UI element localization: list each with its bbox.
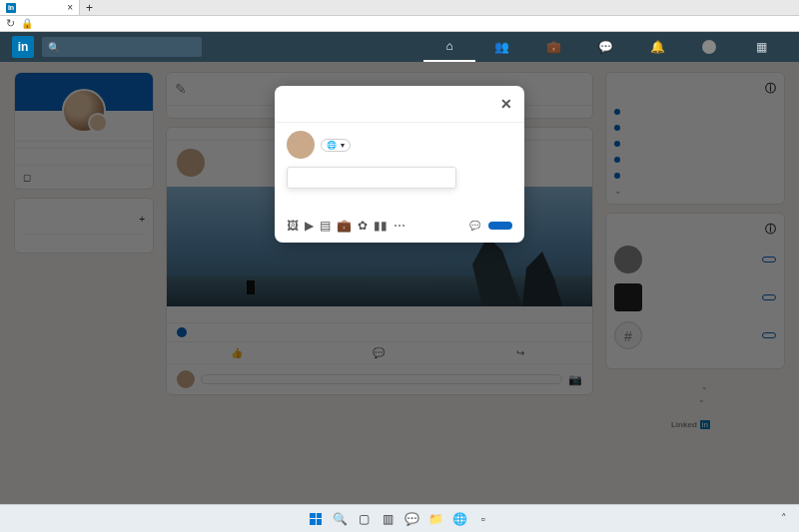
start-button[interactable] <box>307 510 325 528</box>
audience-button[interactable]: 🌐 ▾ <box>321 139 351 152</box>
avatar-icon <box>702 40 716 54</box>
search-input[interactable]: 🔍 <box>42 37 202 57</box>
nav-items: ⌂ 👥 💼 💬 🔔 ▦ <box>423 32 787 62</box>
nav-work[interactable]: ▦ <box>735 32 787 62</box>
windows-taskbar: 🔍 ▢ ▥ 💬 📁 🌐 ▫ ˄ <box>0 504 799 532</box>
task-view-icon[interactable]: ▢ <box>355 510 373 528</box>
lock-icon: 🔒 <box>21 18 33 29</box>
grid-icon: ▦ <box>756 40 767 54</box>
tray-chevron-icon[interactable]: ˄ <box>781 512 787 525</box>
search-icon: 🔍 <box>48 42 60 53</box>
editor-suggestion-popup <box>287 167 456 189</box>
photo-icon[interactable]: 🖼 <box>287 219 299 233</box>
browser-address-bar: ↻ 🔒 <box>0 16 799 32</box>
poll-icon[interactable]: ▮▮ <box>374 219 388 233</box>
briefcase-icon[interactable]: 💼 <box>337 219 352 233</box>
post-button[interactable] <box>488 222 512 230</box>
globe-icon: 🌐 <box>327 141 337 150</box>
chat-icon[interactable]: 💬 <box>402 510 420 528</box>
browser-tab[interactable]: in × <box>0 0 80 15</box>
bell-icon: 🔔 <box>650 40 665 54</box>
post-author-row: 🌐 ▾ <box>287 131 512 159</box>
li-top-nav: in 🔍 ⌂ 👥 💼 💬 🔔 <box>0 32 799 62</box>
new-tab-button[interactable]: + <box>80 1 99 15</box>
home-icon: ⌂ <box>445 39 452 53</box>
video-icon[interactable]: ▶ <box>305 219 314 233</box>
nav-my-network[interactable]: 👥 <box>475 32 527 62</box>
modal-footer: 🖼 ▶ ▤ 💼 ✿ ▮▮ ⋯ 💬 <box>275 213 524 243</box>
comment-audience[interactable]: 💬 <box>469 221 482 231</box>
nav-jobs[interactable]: 💼 <box>527 32 579 62</box>
nav-messaging[interactable]: 💬 <box>579 32 631 62</box>
comment-icon: 💬 <box>469 221 480 231</box>
explorer-icon[interactable]: 📁 <box>426 510 444 528</box>
author-avatar <box>287 131 315 159</box>
document-icon[interactable]: ▤ <box>320 219 331 233</box>
add-hashtag-link[interactable] <box>275 197 524 213</box>
nav-me[interactable] <box>683 32 735 62</box>
post-textarea[interactable] <box>287 167 512 189</box>
search-icon[interactable]: 🔍 <box>331 510 349 528</box>
store-icon[interactable]: ▫ <box>474 510 492 528</box>
caret-down-icon: ▾ <box>341 141 345 150</box>
people-icon: 👥 <box>494 40 509 54</box>
close-icon[interactable]: ✕ <box>500 96 512 112</box>
more-icon[interactable]: ⋯ <box>394 219 405 233</box>
nav-home[interactable]: ⌂ <box>423 32 475 62</box>
linkedin-logo[interactable]: in <box>12 36 34 58</box>
browser-tab-strip: in × + <box>0 0 799 16</box>
celebrate-icon[interactable]: ✿ <box>358 219 368 233</box>
briefcase-icon: 💼 <box>546 40 561 54</box>
chat-icon: 💬 <box>598 40 613 54</box>
modal-body: 🌐 ▾ <box>275 123 524 197</box>
modal-overlay[interactable]: ✕ 🌐 ▾ <box>0 62 799 504</box>
edge-icon[interactable]: 🌐 <box>450 510 468 528</box>
linkedin-favicon: in <box>6 3 16 13</box>
close-tab-icon[interactable]: × <box>67 2 73 13</box>
reload-icon[interactable]: ↻ <box>6 17 15 30</box>
nav-notifications[interactable]: 🔔 <box>631 32 683 62</box>
modal-header: ✕ <box>275 86 524 123</box>
widgets-icon[interactable]: ▥ <box>379 510 397 528</box>
create-post-modal: ✕ 🌐 ▾ <box>275 86 524 243</box>
